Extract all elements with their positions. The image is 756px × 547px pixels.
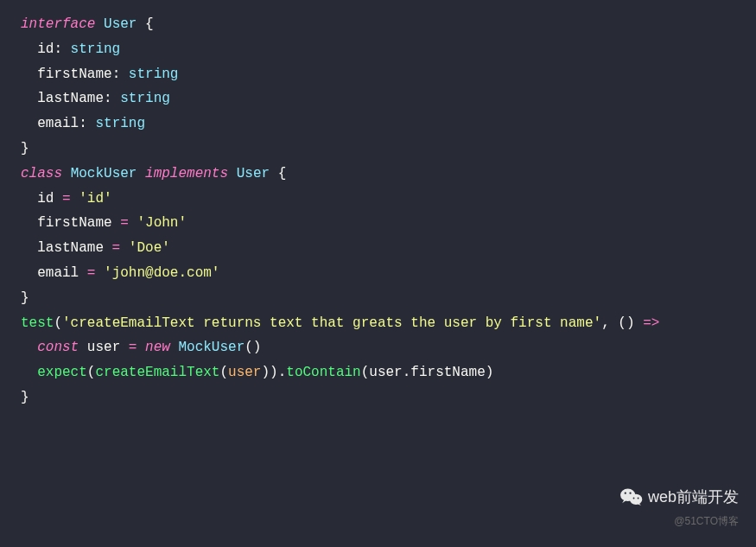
brace-close: } xyxy=(21,390,29,405)
method-tocontain: toContain xyxy=(286,365,360,380)
svg-point-2 xyxy=(625,493,626,494)
code-line: interface User { xyxy=(21,12,756,37)
prop-firstname: firstName xyxy=(37,67,111,82)
string-literal: 'Doe' xyxy=(129,240,170,256)
code-line: email: string xyxy=(21,111,756,137)
code-line: } xyxy=(21,137,756,162)
func-expect: expect xyxy=(37,365,87,380)
type-string: string xyxy=(129,67,179,82)
code-line: class MockUser implements User { xyxy=(21,162,756,187)
code-line: id: string xyxy=(21,37,756,62)
brace-close: } xyxy=(21,290,29,306)
type-string: string xyxy=(120,91,170,106)
string-literal: 'john@doe.com' xyxy=(104,265,219,281)
code-line: const user = new MockUser() xyxy=(21,335,756,360)
wechat-icon xyxy=(620,487,643,506)
prop-id: id xyxy=(37,191,54,207)
prop-email: email xyxy=(37,265,79,281)
code-line: } xyxy=(21,286,756,311)
type-user: User xyxy=(104,16,137,32)
string-literal: 'id' xyxy=(79,191,111,207)
type-mockuser: MockUser xyxy=(71,166,137,181)
arrow-func: => xyxy=(643,315,659,331)
prop-firstname: firstName xyxy=(410,365,485,380)
watermark-attribution: @51CTO博客 xyxy=(674,512,739,531)
watermark-text: web前端开发 xyxy=(648,483,739,511)
var-user: user xyxy=(79,340,129,355)
keyword-interface: interface xyxy=(21,16,95,32)
code-line: lastName: string xyxy=(21,86,756,111)
code-line: test('createEmailText returns text that … xyxy=(21,311,756,336)
svg-point-4 xyxy=(633,498,635,499)
type-string: string xyxy=(71,41,121,57)
string-literal: 'John' xyxy=(137,215,187,231)
func-test: test xyxy=(21,315,54,331)
prop-email: email xyxy=(37,116,79,131)
code-line: } xyxy=(21,385,756,410)
watermark: web前端开发 @51CTO博客 xyxy=(620,483,739,531)
code-line: lastName = 'Doe' xyxy=(21,236,756,261)
prop-firstname: firstName xyxy=(37,215,111,231)
string-literal: 'createEmailText returns text that great… xyxy=(62,315,601,331)
brace-open: { xyxy=(137,16,153,32)
svg-point-5 xyxy=(638,498,639,499)
svg-point-3 xyxy=(629,493,631,494)
prop-id: id xyxy=(37,41,54,57)
keyword-new: new xyxy=(145,340,170,355)
arg-user: user xyxy=(228,365,261,380)
code-block: interface User { id: string firstName: s… xyxy=(21,12,756,410)
keyword-implements: implements xyxy=(145,166,228,181)
prop-lastname: lastName xyxy=(37,240,104,256)
func-createemailtext: createEmailText xyxy=(95,365,219,380)
brace-close: } xyxy=(21,141,29,156)
code-line: email = 'john@doe.com' xyxy=(21,261,756,286)
prop-lastname: lastName xyxy=(37,91,104,106)
type-string: string xyxy=(95,116,145,131)
code-line: firstName: string xyxy=(21,62,756,87)
keyword-class: class xyxy=(21,166,62,181)
watermark-brand: web前端开发 xyxy=(620,483,739,511)
code-line: id = 'id' xyxy=(21,187,756,212)
code-line: firstName = 'John' xyxy=(21,211,756,236)
code-line: expect(createEmailText(user)).toContain(… xyxy=(21,360,756,385)
keyword-const: const xyxy=(37,340,79,355)
svg-point-1 xyxy=(630,494,642,505)
type-user: User xyxy=(237,166,270,181)
